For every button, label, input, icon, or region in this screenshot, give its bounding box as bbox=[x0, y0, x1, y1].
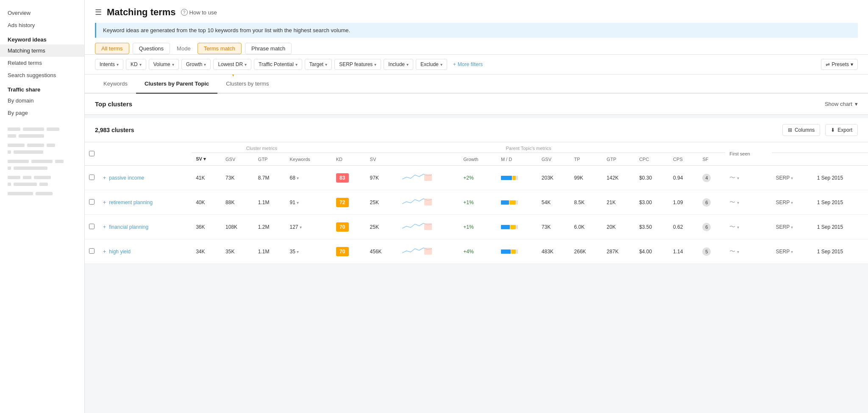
more-filters-button[interactable]: + More filters bbox=[450, 59, 486, 69]
expand-icon[interactable]: + bbox=[103, 200, 106, 205]
tp-cell: 266K bbox=[570, 239, 603, 264]
keyword-link[interactable]: high yield bbox=[109, 249, 131, 255]
trend-sparkline-cell[interactable]: 〜 ▾ bbox=[725, 166, 771, 190]
svg-rect-3 bbox=[424, 223, 432, 230]
gsv2-cell: 483K bbox=[537, 239, 570, 264]
row-checkbox[interactable] bbox=[89, 248, 95, 254]
chevron-down-icon: ▾ bbox=[245, 62, 247, 67]
expand-icon[interactable]: + bbox=[103, 224, 106, 230]
serp-cell[interactable]: SERP ▾ bbox=[772, 215, 813, 239]
filter-traffic-potential[interactable]: Traffic Potential ▾ bbox=[254, 59, 302, 70]
growth-cell: +4% bbox=[459, 239, 497, 264]
table-toolbar: 2,983 clusters ⊞ Columns ⬇ Export bbox=[85, 118, 868, 142]
keyword-link[interactable]: financial planning bbox=[109, 224, 148, 230]
trend-sparkline-cell[interactable]: 〜 ▾ bbox=[725, 239, 771, 264]
tab-terms-match[interactable]: Terms match bbox=[198, 43, 242, 54]
kd-cell: 72 bbox=[332, 190, 366, 215]
table-row: + passive income 41K 73K 8.7M 68 ▾ 83 97… bbox=[85, 166, 868, 190]
filter-target[interactable]: Target ▾ bbox=[305, 59, 332, 70]
serp-cell[interactable]: SERP ▾ bbox=[772, 190, 813, 215]
row-checkbox-cell[interactable] bbox=[85, 190, 99, 215]
svg-rect-4 bbox=[424, 248, 432, 255]
sv2-cell: 25K bbox=[366, 215, 398, 239]
tab-keywords[interactable]: Keywords bbox=[95, 75, 136, 94]
tp-cell: 6.0K bbox=[570, 215, 603, 239]
th-sv-sort[interactable]: SV ▾ bbox=[192, 153, 221, 166]
sidebar-item-by-domain[interactable]: By domain bbox=[0, 94, 84, 107]
row-checkbox[interactable] bbox=[89, 224, 95, 229]
th-kd: KD bbox=[332, 153, 366, 166]
sparkline-cell bbox=[398, 190, 459, 215]
gsv2-cell: 73K bbox=[537, 215, 570, 239]
sv-cell: 40K bbox=[192, 190, 221, 215]
first-seen-cell: 1 Sep 2015 bbox=[813, 215, 868, 239]
how-to-use-link[interactable]: ? How to use bbox=[181, 9, 217, 16]
chevron-down-icon: ▾ bbox=[204, 62, 206, 67]
trend-sparkline-cell[interactable]: 〜 ▾ bbox=[725, 190, 771, 215]
expand-icon[interactable]: + bbox=[103, 175, 106, 181]
sidebar-item-ads-history[interactable]: Ads history bbox=[0, 19, 84, 31]
info-banner: Keyword ideas are generated from the top… bbox=[95, 23, 858, 38]
sidebar-item-matching-terms[interactable]: Matching terms bbox=[0, 44, 84, 57]
row-checkbox-cell[interactable] bbox=[85, 215, 99, 239]
expand-icon[interactable]: + bbox=[103, 249, 106, 255]
keyword-link[interactable]: passive income bbox=[109, 175, 144, 181]
sidebar-item-related-terms[interactable]: Related terms bbox=[0, 57, 84, 69]
select-all-checkbox[interactable] bbox=[89, 151, 95, 156]
row-checkbox-cell[interactable] bbox=[85, 239, 99, 264]
show-chart-button[interactable]: Show chart ▾ bbox=[825, 101, 858, 107]
filter-serp-features[interactable]: SERP features ▾ bbox=[334, 59, 381, 70]
cps-cell: 1.14 bbox=[669, 239, 698, 264]
row-checkbox-cell[interactable] bbox=[85, 166, 99, 190]
gtp-cell: 1.1M bbox=[254, 190, 286, 215]
tab-clusters-parent-topic[interactable]: Clusters by Parent Topic bbox=[136, 75, 217, 94]
sv2-cell: 25K bbox=[366, 190, 398, 215]
gtp-cell: 1.2M bbox=[254, 215, 286, 239]
filter-volume[interactable]: Volume ▾ bbox=[149, 59, 179, 70]
sidebar-item-by-page[interactable]: By page bbox=[0, 107, 84, 119]
filter-intents[interactable]: Intents ▾ bbox=[95, 59, 123, 70]
th-tp: TP bbox=[570, 153, 603, 166]
sidebar-item-search-suggestions[interactable]: Search suggestions bbox=[0, 69, 84, 81]
filter-growth[interactable]: Growth ▾ bbox=[181, 59, 211, 70]
table-row: + retirement planning 40K 88K 1.1M 91 ▾ … bbox=[85, 190, 868, 215]
row-checkbox[interactable] bbox=[89, 199, 95, 205]
trend-icon: 〜 bbox=[729, 248, 735, 255]
cpc-cell: $0.30 bbox=[635, 166, 669, 190]
trend-sparkline-cell[interactable]: 〜 ▾ bbox=[725, 215, 771, 239]
tab-questions[interactable]: Questions bbox=[133, 43, 170, 54]
gsv-cell: 35K bbox=[221, 239, 254, 264]
tab-all-terms[interactable]: All terms bbox=[95, 43, 129, 54]
cps-cell: 0.62 bbox=[669, 215, 698, 239]
filter-kd[interactable]: KD ▾ bbox=[126, 59, 146, 70]
hamburger-icon[interactable]: ☰ bbox=[95, 8, 102, 17]
trend-icon: 〜 bbox=[729, 223, 735, 230]
filter-include[interactable]: Include ▾ bbox=[384, 59, 413, 70]
gsv2-cell: 54K bbox=[537, 190, 570, 215]
gsv-cell: 108K bbox=[221, 215, 254, 239]
export-button[interactable]: ⬇ Export bbox=[825, 124, 858, 136]
sliders-icon: ⇌ bbox=[826, 61, 830, 67]
filter-exclude[interactable]: Exclude ▾ bbox=[416, 59, 447, 70]
gtp2-cell: 142K bbox=[602, 166, 635, 190]
svg-rect-2 bbox=[424, 199, 432, 205]
section-header: Top clusters Show chart ▾ bbox=[85, 94, 868, 115]
serp-cell[interactable]: SERP ▾ bbox=[772, 239, 813, 264]
presets-button[interactable]: ⇌ Presets ▾ bbox=[821, 59, 858, 70]
tp-cell: 8.5K bbox=[570, 190, 603, 215]
sidebar-section-keyword-ideas: Keyword ideas bbox=[0, 31, 84, 44]
sv2-cell: 456K bbox=[366, 239, 398, 264]
filter-row: Intents ▾ KD ▾ Volume ▾ Growth ▾ Lowest … bbox=[85, 55, 868, 75]
sidebar-blurred-section bbox=[0, 128, 84, 195]
gtp-cell: 1.1M bbox=[254, 239, 286, 264]
sidebar-item-overview[interactable]: Overview bbox=[0, 7, 84, 19]
row-checkbox[interactable] bbox=[89, 175, 95, 180]
serp-cell[interactable]: SERP ▾ bbox=[772, 166, 813, 190]
columns-button[interactable]: ⊞ Columns bbox=[782, 124, 820, 136]
view-tabs-container: Keywords Clusters by Parent Topic Cluste… bbox=[85, 75, 868, 94]
keyword-link[interactable]: retirement planning bbox=[109, 200, 153, 205]
tab-clusters-by-terms[interactable]: Clusters by terms bbox=[217, 75, 277, 94]
sparkline-cell bbox=[398, 239, 459, 264]
tab-phrase-match[interactable]: Phrase match bbox=[245, 43, 292, 54]
filter-lowest-dr[interactable]: Lowest DR ▾ bbox=[213, 59, 251, 70]
